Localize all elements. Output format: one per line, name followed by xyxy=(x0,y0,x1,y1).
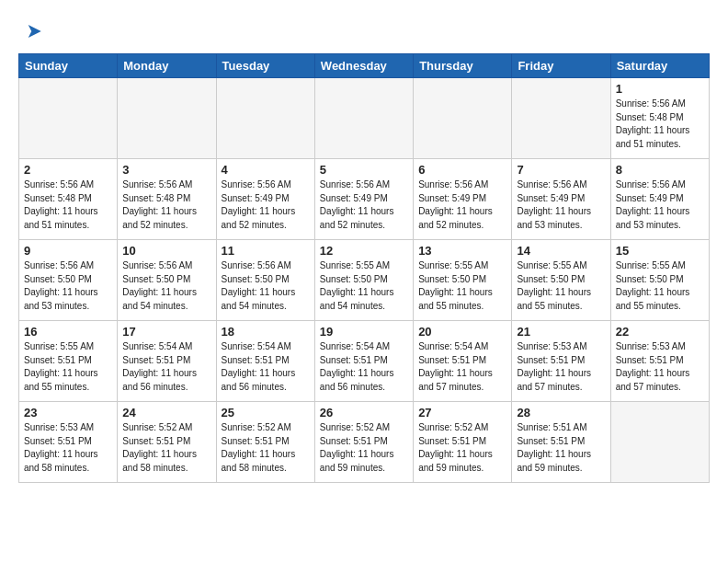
weekday-header-friday: Friday xyxy=(512,54,610,78)
calendar-cell xyxy=(19,78,118,159)
day-number: 7 xyxy=(517,163,605,177)
calendar-cell: 7Sunrise: 5:56 AM Sunset: 5:49 PM Daylig… xyxy=(512,159,610,240)
calendar-cell: 11Sunrise: 5:56 AM Sunset: 5:50 PM Dayli… xyxy=(216,240,314,321)
day-number: 18 xyxy=(222,325,310,339)
weekday-header-row: SundayMondayTuesdayWednesdayThursdayFrid… xyxy=(19,54,710,78)
day-info: Sunrise: 5:52 AM Sunset: 5:51 PM Dayligh… xyxy=(320,421,408,475)
day-info: Sunrise: 5:51 AM Sunset: 5:51 PM Dayligh… xyxy=(517,421,605,475)
week-row-5: 23Sunrise: 5:53 AM Sunset: 5:51 PM Dayli… xyxy=(19,402,710,483)
calendar-cell: 20Sunrise: 5:54 AM Sunset: 5:51 PM Dayli… xyxy=(414,321,512,402)
day-number: 2 xyxy=(24,163,112,177)
calendar-cell: 25Sunrise: 5:52 AM Sunset: 5:51 PM Dayli… xyxy=(216,402,314,483)
week-row-4: 16Sunrise: 5:55 AM Sunset: 5:51 PM Dayli… xyxy=(19,321,710,402)
calendar-cell: 23Sunrise: 5:53 AM Sunset: 5:51 PM Dayli… xyxy=(19,402,118,483)
calendar-cell xyxy=(118,78,216,159)
day-info: Sunrise: 5:53 AM Sunset: 5:51 PM Dayligh… xyxy=(616,340,704,394)
day-number: 8 xyxy=(616,163,704,177)
calendar-cell: 3Sunrise: 5:56 AM Sunset: 5:48 PM Daylig… xyxy=(118,159,216,240)
day-info: Sunrise: 5:55 AM Sunset: 5:51 PM Dayligh… xyxy=(24,340,112,394)
day-number: 28 xyxy=(517,406,605,419)
calendar-cell: 2Sunrise: 5:56 AM Sunset: 5:48 PM Daylig… xyxy=(19,159,118,240)
calendar-cell xyxy=(610,402,709,483)
day-number: 27 xyxy=(418,406,506,419)
day-number: 11 xyxy=(222,244,310,258)
day-number: 15 xyxy=(616,244,704,258)
week-row-1: 1Sunrise: 5:56 AM Sunset: 5:48 PM Daylig… xyxy=(19,78,710,159)
calendar-cell: 1Sunrise: 5:56 AM Sunset: 5:48 PM Daylig… xyxy=(610,78,709,159)
day-info: Sunrise: 5:55 AM Sunset: 5:50 PM Dayligh… xyxy=(418,259,506,313)
day-info: Sunrise: 5:53 AM Sunset: 5:51 PM Dayligh… xyxy=(517,340,605,394)
day-info: Sunrise: 5:52 AM Sunset: 5:51 PM Dayligh… xyxy=(122,421,210,475)
calendar-cell: 18Sunrise: 5:54 AM Sunset: 5:51 PM Dayli… xyxy=(216,321,314,402)
day-info: Sunrise: 5:52 AM Sunset: 5:51 PM Dayligh… xyxy=(418,421,506,475)
day-info: Sunrise: 5:55 AM Sunset: 5:50 PM Dayligh… xyxy=(616,259,704,313)
day-number: 6 xyxy=(418,163,506,177)
weekday-header-wednesday: Wednesday xyxy=(314,54,413,78)
day-number: 3 xyxy=(122,163,210,177)
day-info: Sunrise: 5:56 AM Sunset: 5:50 PM Dayligh… xyxy=(24,259,112,313)
weekday-header-tuesday: Tuesday xyxy=(216,54,314,78)
day-info: Sunrise: 5:56 AM Sunset: 5:48 PM Dayligh… xyxy=(24,178,112,232)
calendar-cell xyxy=(314,78,413,159)
day-number: 24 xyxy=(122,406,210,419)
day-info: Sunrise: 5:55 AM Sunset: 5:50 PM Dayligh… xyxy=(517,259,605,313)
day-number: 16 xyxy=(24,325,112,339)
calendar-cell: 15Sunrise: 5:55 AM Sunset: 5:50 PM Dayli… xyxy=(610,240,709,321)
day-info: Sunrise: 5:56 AM Sunset: 5:49 PM Dayligh… xyxy=(320,178,408,232)
day-info: Sunrise: 5:54 AM Sunset: 5:51 PM Dayligh… xyxy=(418,340,506,394)
day-number: 10 xyxy=(122,244,210,258)
calendar-cell: 16Sunrise: 5:55 AM Sunset: 5:51 PM Dayli… xyxy=(19,321,118,402)
day-number: 13 xyxy=(418,244,506,258)
day-info: Sunrise: 5:52 AM Sunset: 5:51 PM Dayligh… xyxy=(222,421,310,475)
calendar-table: SundayMondayTuesdayWednesdayThursdayFrid… xyxy=(18,53,710,483)
day-number: 17 xyxy=(122,325,210,339)
calendar-cell: 10Sunrise: 5:56 AM Sunset: 5:50 PM Dayli… xyxy=(118,240,216,321)
calendar-cell: 17Sunrise: 5:54 AM Sunset: 5:51 PM Dayli… xyxy=(118,321,216,402)
day-number: 26 xyxy=(320,406,408,419)
day-info: Sunrise: 5:56 AM Sunset: 5:48 PM Dayligh… xyxy=(616,98,704,151)
day-info: Sunrise: 5:56 AM Sunset: 5:49 PM Dayligh… xyxy=(616,178,704,232)
calendar-cell: 21Sunrise: 5:53 AM Sunset: 5:51 PM Dayli… xyxy=(512,321,610,402)
page: SundayMondayTuesdayWednesdayThursdayFrid… xyxy=(0,0,728,492)
week-row-3: 9Sunrise: 5:56 AM Sunset: 5:50 PM Daylig… xyxy=(19,240,710,321)
day-info: Sunrise: 5:55 AM Sunset: 5:50 PM Dayligh… xyxy=(320,259,408,313)
calendar-cell: 13Sunrise: 5:55 AM Sunset: 5:50 PM Dayli… xyxy=(414,240,512,321)
week-row-2: 2Sunrise: 5:56 AM Sunset: 5:48 PM Daylig… xyxy=(19,159,710,240)
calendar-cell: 27Sunrise: 5:52 AM Sunset: 5:51 PM Dayli… xyxy=(414,402,512,483)
day-number: 4 xyxy=(222,163,310,177)
calendar-cell: 6Sunrise: 5:56 AM Sunset: 5:49 PM Daylig… xyxy=(414,159,512,240)
weekday-header-monday: Monday xyxy=(118,54,216,78)
day-info: Sunrise: 5:54 AM Sunset: 5:51 PM Dayligh… xyxy=(320,340,408,394)
calendar-cell xyxy=(216,78,314,159)
day-info: Sunrise: 5:53 AM Sunset: 5:51 PM Dayligh… xyxy=(24,421,112,475)
calendar-cell: 22Sunrise: 5:53 AM Sunset: 5:51 PM Dayli… xyxy=(610,321,709,402)
day-info: Sunrise: 5:56 AM Sunset: 5:50 PM Dayligh… xyxy=(222,259,310,313)
weekday-header-saturday: Saturday xyxy=(610,54,709,78)
day-info: Sunrise: 5:56 AM Sunset: 5:49 PM Dayligh… xyxy=(418,178,506,232)
calendar-cell xyxy=(414,78,512,159)
calendar-cell: 28Sunrise: 5:51 AM Sunset: 5:51 PM Dayli… xyxy=(512,402,610,483)
svg-marker-0 xyxy=(28,25,41,38)
day-number: 14 xyxy=(517,244,605,258)
day-number: 20 xyxy=(418,325,506,339)
calendar-cell: 12Sunrise: 5:55 AM Sunset: 5:50 PM Dayli… xyxy=(314,240,413,321)
weekday-header-sunday: Sunday xyxy=(19,54,118,78)
day-number: 9 xyxy=(24,244,112,258)
day-info: Sunrise: 5:56 AM Sunset: 5:50 PM Dayligh… xyxy=(122,259,210,313)
calendar-cell: 14Sunrise: 5:55 AM Sunset: 5:50 PM Dayli… xyxy=(512,240,610,321)
day-info: Sunrise: 5:56 AM Sunset: 5:48 PM Dayligh… xyxy=(122,178,210,232)
calendar-cell xyxy=(512,78,610,159)
weekday-header-thursday: Thursday xyxy=(414,54,512,78)
logo xyxy=(18,18,46,44)
calendar-cell: 8Sunrise: 5:56 AM Sunset: 5:49 PM Daylig… xyxy=(610,159,709,240)
day-number: 19 xyxy=(320,325,408,339)
day-number: 25 xyxy=(222,406,310,419)
day-number: 21 xyxy=(517,325,605,339)
day-info: Sunrise: 5:56 AM Sunset: 5:49 PM Dayligh… xyxy=(222,178,310,232)
calendar-cell: 9Sunrise: 5:56 AM Sunset: 5:50 PM Daylig… xyxy=(19,240,118,321)
day-info: Sunrise: 5:54 AM Sunset: 5:51 PM Dayligh… xyxy=(222,340,310,394)
calendar-cell: 24Sunrise: 5:52 AM Sunset: 5:51 PM Dayli… xyxy=(118,402,216,483)
calendar-cell: 19Sunrise: 5:54 AM Sunset: 5:51 PM Dayli… xyxy=(314,321,413,402)
calendar-cell: 4Sunrise: 5:56 AM Sunset: 5:49 PM Daylig… xyxy=(216,159,314,240)
header xyxy=(18,15,710,44)
